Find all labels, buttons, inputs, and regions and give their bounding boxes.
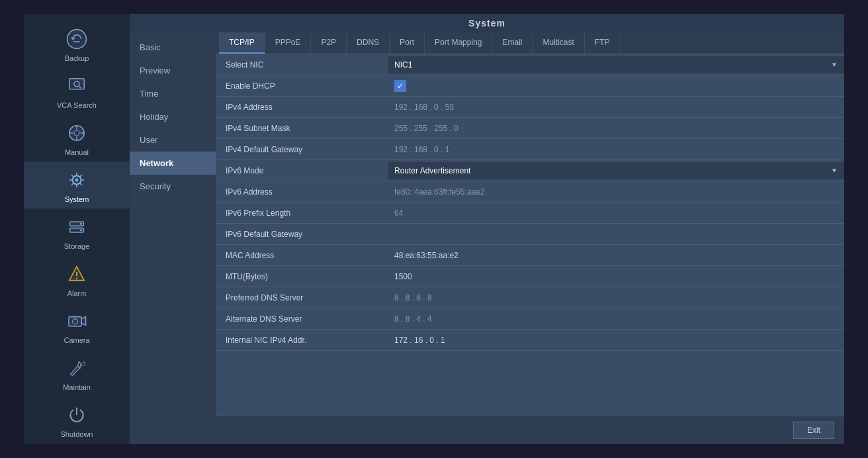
shutdown-icon xyxy=(64,402,90,428)
label-ipv4-subnet: IPv4 Subnet Mask xyxy=(216,120,388,137)
subnav-user[interactable]: User xyxy=(130,128,216,152)
svg-line-20 xyxy=(71,183,73,185)
exit-button[interactable]: Exit xyxy=(793,422,834,439)
sidebar-item-backup[interactable]: Backup xyxy=(24,21,130,68)
ipv6-address-text: fe80::4aea:63ff:fe55:aae2 xyxy=(394,187,485,197)
tab-tcpip[interactable]: TCP/IP xyxy=(219,32,265,54)
sidebar-label-manual: Manual xyxy=(65,148,89,156)
tab-multicast[interactable]: Multicast xyxy=(533,32,584,54)
label-ipv6-address: IPv6 Address xyxy=(216,183,388,201)
row-ipv6-mode: IPv6 Mode Router Advertisement xyxy=(216,160,844,181)
svg-point-27 xyxy=(76,277,77,279)
label-ipv6-gateway: IPv6 Default Gateway xyxy=(216,226,388,243)
content-area: Basic Preview Time Holiday User Network … xyxy=(130,32,844,444)
sidebar-label-system: System xyxy=(65,195,89,203)
tab-port[interactable]: Port xyxy=(390,32,425,54)
sidebar: Backup VCA Search xyxy=(24,14,130,444)
label-alternate-dns: Alternate DNS Server xyxy=(216,310,388,328)
sidebar-label-storage: Storage xyxy=(64,242,90,250)
row-ipv6-prefix: IPv6 Prefix Length 64 xyxy=(216,203,844,224)
ipv4-subnet-value: 255 . 255 . 255 . 0 xyxy=(388,120,844,137)
sidebar-item-shutdown[interactable]: Shutdown xyxy=(24,396,130,443)
mtu-text: 1500 xyxy=(394,272,412,281)
ipv4-subnet-text: 255 . 255 . 255 . 0 xyxy=(394,124,458,133)
subnav-security[interactable]: Security xyxy=(130,175,216,198)
row-ipv4-gateway: IPv4 Default Gateway 192 . 168 . 0 . 1 xyxy=(216,139,844,160)
main-area: System Basic Preview Time Holiday User N… xyxy=(130,14,844,444)
row-ipv6-address: IPv6 Address fe80::4aea:63ff:fe55:aae2 xyxy=(216,181,844,203)
subnav-basic[interactable]: Basic xyxy=(130,36,216,59)
svg-rect-2 xyxy=(69,79,84,89)
alternate-dns-text: 8 . 8 . 4 . 4 xyxy=(394,314,432,324)
subnav-time[interactable]: Time xyxy=(130,82,216,105)
sidebar-item-storage[interactable]: Storage xyxy=(24,208,130,255)
row-alternate-dns: Alternate DNS Server 8 . 8 . 4 . 4 xyxy=(216,308,844,330)
mac-address-value: 48:ea:63:55:aa:e2 xyxy=(388,247,844,264)
row-mtu: MTU(Bytes) 1500 xyxy=(216,266,844,287)
svg-point-23 xyxy=(80,223,82,225)
svg-line-19 xyxy=(80,175,82,177)
row-preferred-dns: Preferred DNS Server 8 . 8 . 8 . 8 xyxy=(216,287,844,308)
sub-nav: Basic Preview Time Holiday User Network … xyxy=(130,32,216,444)
tab-pppoe[interactable]: PPPoE xyxy=(265,32,312,54)
alarm-icon xyxy=(64,261,90,287)
label-ipv6-prefix: IPv6 Prefix Length xyxy=(216,205,388,222)
label-ipv4-gateway: IPv4 Default Gateway xyxy=(216,141,388,158)
sidebar-item-vca-search[interactable]: VCA Search xyxy=(24,68,130,114)
ipv4-gateway-value: 192 . 168 . 0 . 1 xyxy=(388,141,844,158)
window-title: System xyxy=(130,14,844,32)
subnav-holiday[interactable]: Holiday xyxy=(130,105,216,128)
select-nic-dropdown[interactable]: NIC1 xyxy=(388,56,844,73)
tab-ftp[interactable]: FTP xyxy=(585,32,621,54)
storage-icon xyxy=(64,214,90,240)
manual-icon xyxy=(64,120,90,146)
internal-nic-value: 172 . 16 . 0 . 1 xyxy=(388,332,844,349)
sidebar-item-system[interactable]: System xyxy=(24,161,130,208)
subnav-network[interactable]: Network xyxy=(130,152,216,175)
dhcp-checkbox[interactable]: ✓ xyxy=(394,80,406,92)
tab-bar: TCP/IP PPPoE P2P DDNS Port Port Mapping … xyxy=(216,32,844,54)
bottom-bar: Exit xyxy=(216,416,844,444)
svg-marker-29 xyxy=(81,317,85,326)
enable-dhcp-value: ✓ xyxy=(388,76,844,96)
subnav-preview[interactable]: Preview xyxy=(130,59,216,82)
sidebar-label-alarm: Alarm xyxy=(67,289,87,297)
ipv6-mode-dropdown[interactable]: Router Advertisement xyxy=(388,162,844,179)
camera-icon xyxy=(64,308,90,334)
ipv4-gateway-text: 192 . 168 . 0 . 1 xyxy=(394,145,449,154)
row-ipv4-subnet: IPv4 Subnet Mask 255 . 255 . 255 . 0 xyxy=(216,118,844,139)
sidebar-item-maintain[interactable]: Maintain xyxy=(24,349,130,396)
ipv6-prefix-text: 64 xyxy=(394,208,403,218)
label-internal-nic: Internal NIC IPv4 Addr. xyxy=(216,332,388,349)
label-mac-address: MAC Address xyxy=(216,247,388,264)
ipv6-prefix-value: 64 xyxy=(388,205,844,222)
backup-icon xyxy=(64,26,90,52)
ipv6-address-value: fe80::4aea:63ff:fe55:aae2 xyxy=(388,183,844,201)
label-ipv6-mode: IPv6 Mode xyxy=(216,162,388,179)
label-select-nic: Select NIC xyxy=(216,56,388,73)
row-ipv4-address: IPv4 Address 192 . 168 . 0 . 58 xyxy=(216,97,844,118)
row-internal-nic: Internal NIC IPv4 Addr. 172 . 16 . 0 . 1 xyxy=(216,330,844,351)
sidebar-item-manual[interactable]: Manual xyxy=(24,114,130,161)
svg-point-0 xyxy=(67,30,87,49)
row-mac-address: MAC Address 48:ea:63:55:aa:e2 xyxy=(216,245,844,266)
row-enable-dhcp: Enable DHCP ✓ xyxy=(216,75,844,97)
mac-address-text: 48:ea:63:55:aa:e2 xyxy=(394,251,458,260)
tab-email[interactable]: Email xyxy=(492,32,533,54)
ipv6-gateway-value xyxy=(388,230,844,238)
label-enable-dhcp: Enable DHCP xyxy=(216,77,388,95)
check-mark: ✓ xyxy=(397,81,404,91)
preferred-dns-text: 8 . 8 . 8 . 8 xyxy=(394,293,432,302)
preferred-dns-value: 8 . 8 . 8 . 8 xyxy=(388,289,844,306)
svg-rect-1 xyxy=(73,41,80,42)
sidebar-item-camera[interactable]: Camera xyxy=(24,302,130,349)
svg-point-12 xyxy=(75,179,79,182)
tab-ddns[interactable]: DDNS xyxy=(347,32,390,54)
sidebar-item-alarm[interactable]: Alarm xyxy=(24,255,130,302)
ipv4-address-text: 192 . 168 . 0 . 58 xyxy=(394,103,454,112)
tab-port-mapping[interactable]: Port Mapping xyxy=(425,32,492,54)
tab-p2p[interactable]: P2P xyxy=(311,32,347,54)
mtu-value: 1500 xyxy=(388,268,844,285)
right-panel: TCP/IP PPPoE P2P DDNS Port Port Mapping … xyxy=(216,32,844,444)
row-select-nic: Select NIC NIC1 xyxy=(216,54,844,75)
